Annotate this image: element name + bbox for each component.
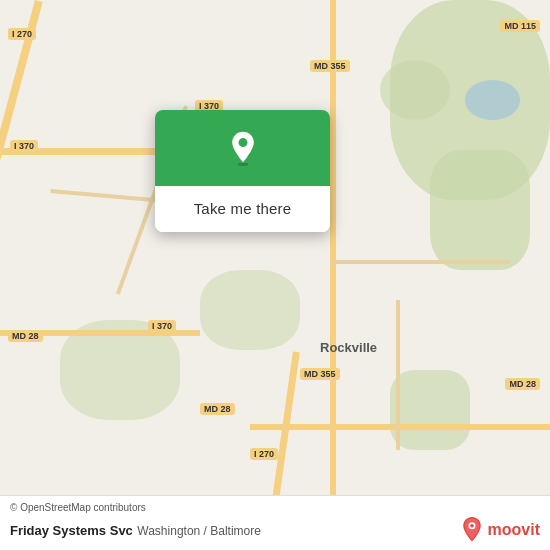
highway-road: [330, 0, 336, 550]
road-label-md355-bottom: MD 355: [300, 368, 340, 380]
bottom-info-bar: © OpenStreetMap contributors Friday Syst…: [0, 495, 550, 550]
local-road: [396, 300, 400, 450]
location-name: Friday Systems Svc: [10, 523, 133, 538]
green-area: [390, 370, 470, 450]
moovit-brand-text: moovit: [488, 521, 540, 539]
svg-point-0: [237, 162, 248, 166]
road-label-i270-bottom: I 270: [250, 448, 278, 460]
road-label-md355: MD 355: [310, 60, 350, 72]
popup-green-header: [155, 110, 330, 186]
svg-point-1: [238, 138, 247, 147]
map-container[interactable]: I 270 I 370 I 370 MD 355 MD 115 MD 28 I …: [0, 0, 550, 550]
road-label-i370-left: I 370: [10, 140, 38, 152]
green-area: [430, 150, 530, 270]
take-me-there-button[interactable]: Take me there: [167, 200, 318, 217]
moovit-pin-icon: [458, 516, 486, 544]
water-body: [465, 80, 520, 120]
location-info-row: Friday Systems Svc Washington / Baltimor…: [10, 516, 540, 544]
city-label: Rockville: [320, 340, 377, 355]
location-details: Friday Systems Svc Washington / Baltimor…: [10, 521, 261, 539]
road-label-md28-right: MD 28: [505, 378, 540, 390]
popup-button-area[interactable]: Take me there: [155, 186, 330, 232]
moovit-logo: moovit: [458, 516, 540, 544]
svg-point-3: [470, 524, 474, 528]
green-area: [200, 270, 300, 350]
location-popup: Take me there: [155, 110, 330, 232]
location-pin-icon: [225, 130, 261, 166]
road-label-md28-left: MD 28: [8, 330, 43, 342]
local-road: [330, 260, 510, 264]
green-area: [380, 60, 450, 120]
road-label-i370-lower: I 370: [148, 320, 176, 332]
road-label-md28-bottom: MD 28: [200, 403, 235, 415]
location-area: Washington / Baltimore: [137, 524, 261, 538]
osm-attribution: © OpenStreetMap contributors: [10, 502, 540, 513]
road-label-md115: MD 115: [500, 20, 540, 32]
road-label-i270: I 270: [8, 28, 36, 40]
highway-road: [250, 424, 550, 430]
